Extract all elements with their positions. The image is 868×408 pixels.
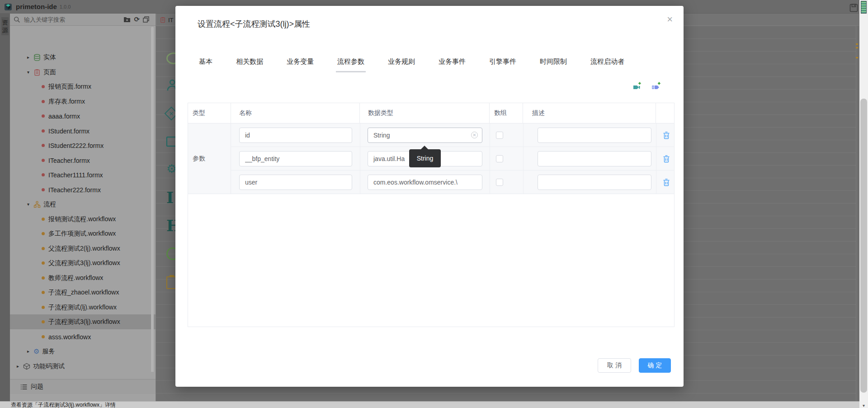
tree-item-file[interactable]: 子流程_zhaoel.workflowx bbox=[10, 285, 156, 300]
tree-item-file[interactable]: IStudent2222.formx bbox=[10, 138, 156, 153]
tree-item-file[interactable]: aaaa.formx bbox=[10, 109, 156, 123]
new-folder-icon[interactable] bbox=[123, 16, 131, 23]
clear-icon[interactable]: ✕ bbox=[471, 132, 478, 138]
tree-item-file[interactable]: ITeacher222.formx bbox=[10, 182, 156, 197]
add-parameter-button[interactable] bbox=[651, 82, 662, 92]
param-datatype-input[interactable] bbox=[368, 128, 482, 143]
resources-panel-tab[interactable]: 资源 bbox=[1, 17, 9, 35]
param-desc-input[interactable] bbox=[538, 128, 651, 143]
tree-item-label: 页面 bbox=[43, 68, 56, 76]
chevron-right-icon[interactable]: ▸ bbox=[27, 55, 33, 60]
refresh-icon[interactable]: ⟳ bbox=[134, 16, 140, 23]
scrollbar-thumb[interactable] bbox=[860, 99, 867, 393]
param-name-input[interactable] bbox=[239, 151, 352, 166]
page-icon bbox=[160, 17, 166, 23]
collapse-all-icon[interactable] bbox=[143, 16, 149, 23]
tree-item-label: 流程 bbox=[43, 200, 56, 209]
search-input[interactable] bbox=[23, 16, 123, 24]
tab-business-rules[interactable]: 业务规则 bbox=[388, 57, 415, 72]
parameter-row: ✕ bbox=[231, 123, 674, 147]
formx-bullet-icon bbox=[42, 144, 45, 147]
tree-item-file[interactable]: 父流程测试2(lj).workflowx bbox=[10, 241, 156, 256]
status-text: 查看资源「子流程测试3(lj).workflowx」详情 bbox=[11, 401, 116, 408]
parameter-row bbox=[231, 147, 674, 171]
param-datatype-input[interactable] bbox=[368, 175, 482, 190]
param-name-input[interactable] bbox=[239, 175, 352, 190]
tree-item-label: ITeacher222.formx bbox=[48, 186, 101, 194]
tab-related-data[interactable]: 相关数据 bbox=[236, 57, 263, 72]
tree-item-flows[interactable]: ▾流程 bbox=[10, 197, 156, 212]
tree-item-file[interactable]: ITeacher1111.formx bbox=[10, 167, 156, 182]
tree-item-label: 服务 bbox=[42, 347, 55, 356]
tab-engine-events[interactable]: 引擎事件 bbox=[489, 57, 516, 72]
tree-item-file[interactable]: 父流程测试3(lj).workflowx bbox=[10, 256, 156, 270]
save-icon[interactable] bbox=[849, 4, 858, 12]
tree-item-label: ITeacher1111.formx bbox=[48, 171, 103, 179]
delete-row-icon[interactable] bbox=[663, 155, 670, 163]
problems-panel-toggle[interactable]: 问题 bbox=[10, 379, 156, 394]
chevron-right-icon[interactable]: ▸ bbox=[27, 349, 33, 354]
chevron-right-icon[interactable]: ▸ bbox=[17, 364, 23, 369]
tree-item-file[interactable]: 报销页面.formx bbox=[10, 79, 156, 94]
tree-item-pages[interactable]: ▾页面 bbox=[10, 65, 156, 80]
tree-item-entity[interactable]: ▸实体 bbox=[10, 50, 156, 65]
array-checkbox[interactable] bbox=[496, 155, 503, 162]
confirm-button[interactable]: 确 定 bbox=[639, 358, 671, 373]
tree-item-file[interactable]: IStudent.formx bbox=[10, 123, 156, 138]
tree-item-label: aaaa.formx bbox=[48, 113, 80, 120]
workflowx-bullet-icon bbox=[42, 218, 45, 221]
database-icon bbox=[33, 54, 41, 61]
window-scrollbar[interactable]: ▾ bbox=[859, 0, 868, 408]
tree-item-package[interactable]: ▸功能码测试 bbox=[10, 359, 156, 372]
tree-item-file[interactable]: 教师流程.workflowx bbox=[10, 270, 156, 285]
tree-item-label: 子流程测试(lj).workflowx bbox=[48, 304, 117, 312]
tree-item-file[interactable]: 报销测试流程.workflowx bbox=[10, 212, 156, 227]
column-header-array: 数组 bbox=[490, 103, 523, 123]
tree-item-file[interactable]: 多工作项测试.workflowx bbox=[10, 226, 156, 241]
dialog-tabs: 基本 相关数据 业务变量 流程参数 业务规则 业务事件 引擎事件 时间限制 流程… bbox=[199, 57, 624, 72]
tree-item-file[interactable]: asss.workflowx bbox=[10, 329, 156, 344]
array-checkbox[interactable] bbox=[496, 132, 503, 139]
editor-tab[interactable]: IT bbox=[160, 14, 174, 25]
scroll-down-arrow-icon[interactable]: ▾ bbox=[859, 403, 868, 408]
param-desc-input[interactable] bbox=[538, 175, 651, 190]
tab-time-limit[interactable]: 时间限制 bbox=[540, 57, 567, 72]
delete-row-icon[interactable] bbox=[663, 131, 670, 139]
chevron-down-icon[interactable]: ▾ bbox=[27, 70, 33, 75]
param-desc-input[interactable] bbox=[538, 151, 651, 166]
workflowx-bullet-icon bbox=[42, 320, 45, 323]
palette-letter-i-icon[interactable]: I bbox=[166, 191, 174, 204]
chevron-down-icon[interactable]: ▾ bbox=[27, 202, 33, 207]
tree-item-label: ITeacher.formx bbox=[48, 157, 90, 164]
tab-business-events[interactable]: 业务事件 bbox=[439, 57, 466, 72]
parameter-row bbox=[231, 171, 674, 194]
column-header-description: 描述 bbox=[523, 103, 656, 123]
resource-sidebar: ⟳ ▸实体 ▾页面 报销页面.formx 库存表.formx aaaa.form… bbox=[10, 14, 156, 401]
tab-process-parameters[interactable]: 流程参数 bbox=[337, 57, 364, 72]
column-header-actions bbox=[656, 103, 674, 123]
column-header-name: 名称 bbox=[231, 103, 360, 123]
tree-item-services[interactable]: ▸⚙服务 bbox=[10, 344, 156, 359]
tree-item-file[interactable]: 库存表.formx bbox=[10, 94, 156, 109]
formx-bullet-icon bbox=[42, 85, 45, 88]
delete-row-icon[interactable] bbox=[663, 178, 670, 186]
workflowx-bullet-icon bbox=[42, 247, 45, 250]
tree-item-file[interactable]: 子流程测试(lj).workflowx bbox=[10, 300, 156, 315]
workflowx-bullet-icon bbox=[42, 232, 45, 235]
cancel-button[interactable]: 取 消 bbox=[598, 358, 631, 373]
param-name-input[interactable] bbox=[239, 128, 352, 143]
tab-basic[interactable]: 基本 bbox=[199, 57, 212, 72]
array-checkbox[interactable] bbox=[496, 179, 503, 186]
import-parameter-button[interactable] bbox=[632, 82, 643, 92]
tree-item-file-selected[interactable]: 子流程测试3(lj).workflowx bbox=[10, 314, 156, 329]
tree-item-file[interactable]: ITeacher.formx bbox=[10, 153, 156, 168]
close-icon[interactable]: × bbox=[667, 15, 673, 24]
annotation-tick bbox=[856, 47, 858, 48]
tree-item-label: 子流程_zhaoel.workflowx bbox=[48, 289, 119, 297]
tree-scrollbar[interactable] bbox=[151, 27, 154, 372]
formx-bullet-icon bbox=[42, 188, 45, 191]
tab-business-variables[interactable]: 业务变量 bbox=[287, 57, 314, 72]
tree-item-label: 库存表.formx bbox=[48, 98, 85, 106]
app-title: primeton-ide bbox=[16, 3, 57, 10]
tab-process-starter[interactable]: 流程启动者 bbox=[590, 57, 624, 72]
